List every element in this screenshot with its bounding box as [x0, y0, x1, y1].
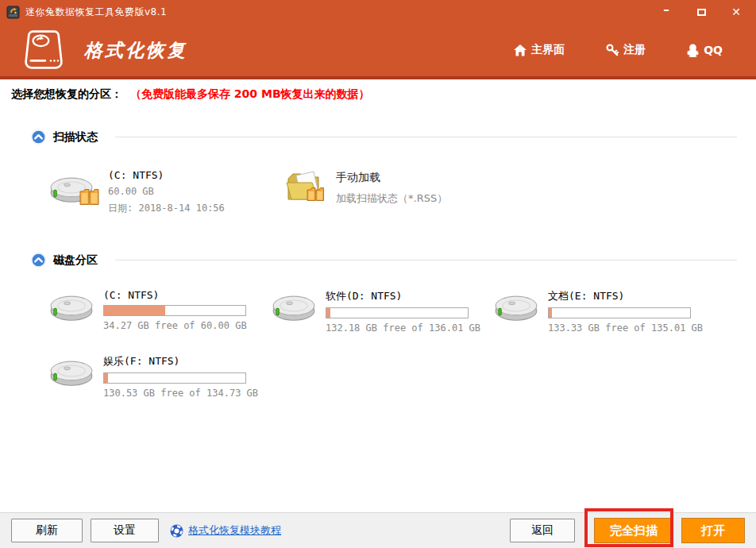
- drive-icon: [49, 289, 94, 322]
- scan-status-section-header: 扫描状态: [30, 129, 745, 145]
- partition-usage-bar: [103, 305, 246, 316]
- manual-load-title: 手动加载: [336, 171, 447, 185]
- partition-free-text: 130.53 GB free of 134.73 GB: [103, 388, 258, 399]
- partition-item-f[interactable]: 娱乐(F: NTFS) 130.53 GB free of 134.73 GB: [49, 354, 272, 399]
- partition-name: 文档(E: NTFS): [548, 289, 703, 303]
- partition-usage-fill: [326, 308, 330, 318]
- prompt-highlight-text: （免费版能最多保存 200 MB恢复出来的数据）: [130, 87, 370, 100]
- footer-actions: 返回 完全扫描 打开: [510, 518, 745, 543]
- scan-status-title: 扫描状态: [53, 130, 98, 145]
- open-folder-icon: [285, 168, 326, 207]
- window-title: 迷你兔数据恢复工具免费版v8.1: [25, 6, 167, 19]
- scan-item-date: 日期: 2018-8-14 10:56: [108, 202, 225, 215]
- partition-info: (C: NTFS) 34.27 GB free of 60.00 GB: [103, 289, 247, 334]
- header-nav: 主界面 注册 QQ: [514, 43, 745, 57]
- partition-name: 娱乐(F: NTFS): [103, 354, 258, 369]
- minimize-button[interactable]: –: [659, 5, 673, 19]
- settings-button[interactable]: 设置: [91, 519, 159, 542]
- nav-item-qq[interactable]: QQ: [687, 44, 723, 57]
- drive-icon: [272, 289, 316, 322]
- collapse-section-icon[interactable]: [30, 129, 47, 145]
- scan-item-size: 60.00 GB: [108, 186, 225, 197]
- partition-info: 软件(D: NTFS) 132.18 GB free of 136.01 GB: [326, 289, 480, 334]
- prompt-line: 选择您想恢复的分区：（免费版能最多保存 200 MB恢复出来的数据）: [11, 87, 745, 102]
- partition-usage-bar: [548, 307, 691, 318]
- app-window: 迷你兔数据恢复工具免费版v8.1 – ✕ 格式化恢复 主界面: [0, 0, 756, 548]
- partition-free-text: 34.27 GB free of 60.00 GB: [103, 320, 247, 331]
- qq-penguin-icon: [687, 44, 699, 57]
- partition-usage-bar: [326, 307, 469, 318]
- window-controls: – ✕: [659, 5, 750, 19]
- prompt-text: 选择您想恢复的分区：: [11, 87, 122, 100]
- nav-item-register[interactable]: 注册: [606, 43, 646, 57]
- drive-icon: [49, 354, 94, 388]
- module-title: 格式化恢复: [84, 38, 187, 63]
- manual-load-item[interactable]: 手动加载 加载扫描状态（*.RSS）: [285, 168, 447, 215]
- format-recovery-logo-icon: [21, 29, 67, 71]
- partition-usage-fill: [549, 308, 552, 318]
- maximize-button[interactable]: [694, 5, 708, 19]
- partition-usage-fill: [104, 373, 108, 383]
- partition-info: 娱乐(F: NTFS) 130.53 GB free of 134.73 GB: [103, 354, 258, 399]
- back-button[interactable]: 返回: [510, 519, 575, 542]
- partition-item-d[interactable]: 软件(D: NTFS) 132.18 GB free of 136.01 GB: [272, 289, 494, 334]
- footer-bar: 刷新 设置 格式化恢复模块教程 返回 完全扫描 打开: [0, 512, 756, 548]
- scan-drive-icon-wrap: [49, 168, 97, 207]
- nav-label-qq: QQ: [704, 44, 723, 56]
- close-button[interactable]: ✕: [729, 5, 743, 19]
- partition-grid: (C: NTFS) 34.27 GB free of 60.00 GB 软件(: [49, 289, 745, 399]
- folder-pair-icon: [79, 188, 100, 206]
- nav-label-register: 注册: [623, 43, 646, 57]
- nav-label-main: 主界面: [531, 43, 565, 57]
- partitions-section-header: 磁盘分区: [30, 252, 745, 268]
- partition-name: (C: NTFS): [103, 289, 247, 301]
- maximize-icon: [697, 9, 706, 16]
- partition-usage-fill: [104, 306, 165, 315]
- partition-info: 文档(E: NTFS) 133.33 GB free of 135.01 GB: [548, 289, 703, 334]
- tutorial-link-group[interactable]: 格式化恢复模块教程: [170, 523, 281, 538]
- refresh-button[interactable]: 刷新: [11, 519, 83, 542]
- app-icon: [6, 6, 20, 19]
- key-icon: [606, 44, 619, 56]
- section-divider: [115, 260, 737, 260]
- partition-item-c[interactable]: (C: NTFS) 34.27 GB free of 60.00 GB: [49, 289, 272, 334]
- collapse-section-icon[interactable]: [30, 252, 47, 268]
- partitions-title: 磁盘分区: [53, 253, 98, 268]
- manual-load-info: 手动加载 加载扫描状态（*.RSS）: [336, 168, 447, 215]
- partition-usage-bar: [103, 372, 246, 384]
- home-icon: [514, 44, 526, 56]
- main-content: 选择您想恢复的分区：（免费版能最多保存 200 MB恢复出来的数据） 扫描状态: [0, 79, 756, 512]
- titlebar: 迷你兔数据恢复工具免费版v8.1 – ✕: [0, 0, 756, 24]
- open-button[interactable]: 打开: [681, 518, 745, 543]
- partition-free-text: 133.33 GB free of 135.01 GB: [548, 322, 703, 334]
- scan-item-name: (C: NTFS): [108, 169, 225, 181]
- lifebuoy-icon: [170, 524, 183, 538]
- drive-icon: [494, 289, 538, 322]
- header: 格式化恢复 主界面 注册: [0, 24, 756, 76]
- tutorial-link[interactable]: 格式化恢复模块教程: [188, 523, 281, 538]
- manual-load-subtitle: 加载扫描状态（*.RSS）: [336, 191, 447, 206]
- partition-free-text: 132.18 GB free of 136.01 GB: [326, 322, 480, 334]
- full-scan-button[interactable]: 完全扫描: [594, 518, 673, 543]
- scan-result-item[interactable]: (C: NTFS) 60.00 GB 日期: 2018-8-14 10:56: [49, 168, 274, 215]
- section-divider: [115, 137, 737, 137]
- partition-name: 软件(D: NTFS): [326, 289, 480, 303]
- scan-status-body: (C: NTFS) 60.00 GB 日期: 2018-8-14 10:56 手…: [49, 168, 745, 215]
- nav-item-main[interactable]: 主界面: [514, 43, 565, 57]
- scan-item-info: (C: NTFS) 60.00 GB 日期: 2018-8-14 10:56: [108, 168, 225, 215]
- partition-item-e[interactable]: 文档(E: NTFS) 133.33 GB free of 135.01 GB: [494, 289, 716, 334]
